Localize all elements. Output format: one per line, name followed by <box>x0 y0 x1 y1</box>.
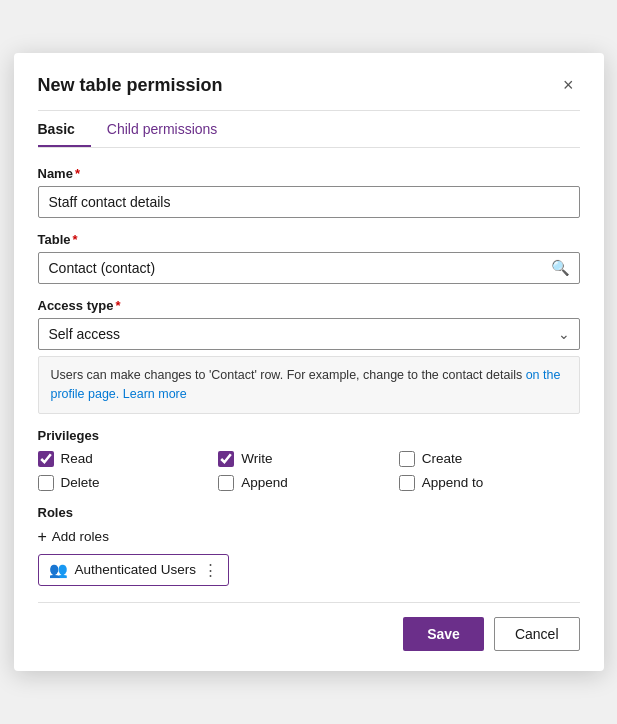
access-type-select-wrapper: Self access Global access Local access B… <box>38 318 580 350</box>
access-type-label: Access type* <box>38 298 580 313</box>
user-group-icon: 👥 <box>49 561 68 579</box>
tab-child-permissions[interactable]: Child permissions <box>107 111 233 147</box>
dialog-title: New table permission <box>38 75 223 96</box>
add-roles-button[interactable]: + Add roles <box>38 528 109 554</box>
delete-checkbox[interactable] <box>38 475 54 491</box>
access-type-section: Access type* Self access Global access L… <box>38 298 580 414</box>
write-checkbox[interactable] <box>218 451 234 467</box>
privilege-append[interactable]: Append <box>218 475 399 491</box>
read-label: Read <box>61 451 93 466</box>
create-checkbox[interactable] <box>399 451 415 467</box>
table-label: Table* <box>38 232 580 247</box>
privilege-append-to[interactable]: Append to <box>399 475 580 491</box>
dialog-header: New table permission × <box>38 73 580 98</box>
role-tag-authenticated-users: 👥 Authenticated Users ⋮ <box>38 554 230 586</box>
role-more-icon[interactable]: ⋮ <box>203 561 218 579</box>
read-checkbox[interactable] <box>38 451 54 467</box>
privilege-create[interactable]: Create <box>399 451 580 467</box>
append-to-label: Append to <box>422 475 484 490</box>
dialog-footer: Save Cancel <box>38 602 580 651</box>
privilege-delete[interactable]: Delete <box>38 475 219 491</box>
role-name: Authenticated Users <box>75 562 197 577</box>
append-checkbox[interactable] <box>218 475 234 491</box>
table-required: * <box>73 232 78 247</box>
privilege-write[interactable]: Write <box>218 451 399 467</box>
delete-label: Delete <box>61 475 100 490</box>
access-type-info: Users can make changes to 'Contact' row.… <box>38 356 580 414</box>
access-type-select[interactable]: Self access Global access Local access B… <box>38 318 580 350</box>
new-table-permission-dialog: New table permission × Basic Child permi… <box>14 53 604 671</box>
create-label: Create <box>422 451 463 466</box>
learn-more-link[interactable]: Learn more <box>123 387 187 401</box>
access-required: * <box>115 298 120 313</box>
table-section: Table* 🔍 <box>38 232 580 284</box>
append-to-checkbox[interactable] <box>399 475 415 491</box>
append-label: Append <box>241 475 288 490</box>
privilege-read[interactable]: Read <box>38 451 219 467</box>
save-button[interactable]: Save <box>403 617 484 651</box>
cancel-button[interactable]: Cancel <box>494 617 580 651</box>
roles-section: Roles + Add roles 👥 Authenticated Users … <box>38 505 580 586</box>
table-search-wrapper: 🔍 <box>38 252 580 284</box>
tab-bar: Basic Child permissions <box>38 111 580 148</box>
table-input[interactable] <box>38 252 580 284</box>
privileges-section: Privileges Read Write Create Delete Appe… <box>38 428 580 491</box>
write-label: Write <box>241 451 272 466</box>
add-roles-label: Add roles <box>52 529 109 544</box>
roles-label: Roles <box>38 505 580 520</box>
name-required: * <box>75 166 80 181</box>
privileges-label: Privileges <box>38 428 580 443</box>
name-section: Name* <box>38 166 580 218</box>
role-tag-left: 👥 Authenticated Users <box>49 561 197 579</box>
tab-basic[interactable]: Basic <box>38 111 91 147</box>
add-roles-plus-icon: + <box>38 528 47 546</box>
close-button[interactable]: × <box>557 73 580 98</box>
name-label: Name* <box>38 166 580 181</box>
name-input[interactable] <box>38 186 580 218</box>
privileges-grid: Read Write Create Delete Append Append t… <box>38 451 580 491</box>
